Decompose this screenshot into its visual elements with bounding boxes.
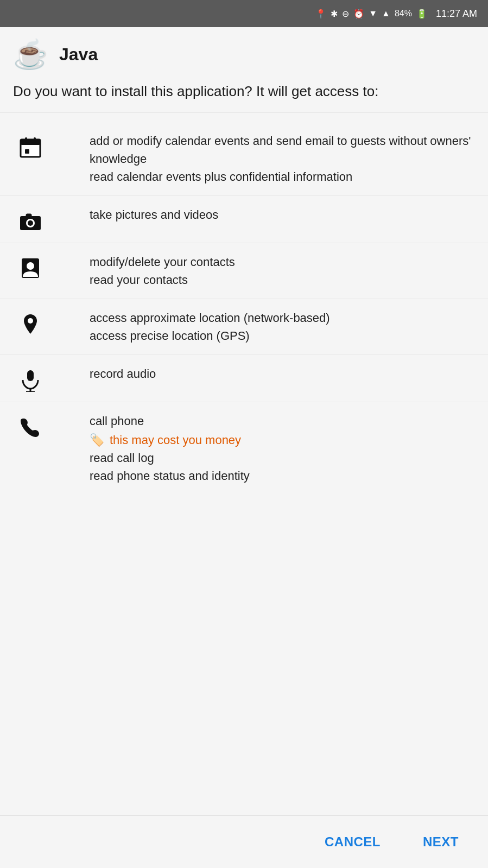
- camera-icon: [18, 209, 42, 233]
- battery-level: 84%: [395, 9, 412, 18]
- phone-text: call phone 🏷️ this may cost you money re…: [90, 412, 475, 485]
- calendar-icon: [18, 135, 42, 159]
- calendar-text: add or modify calendar events and send e…: [90, 132, 475, 186]
- next-button[interactable]: NEXT: [410, 828, 472, 856]
- microphone-icon-col: [13, 365, 48, 392]
- svg-rect-1: [21, 140, 40, 145]
- svg-rect-13: [27, 370, 34, 381]
- warning-line: 🏷️ this may cost you money: [90, 431, 475, 449]
- battery-icon: 🔋: [416, 9, 427, 19]
- location-pin-icon: [18, 312, 42, 336]
- main-content: ☕ Java Do you want to install this appli…: [0, 27, 488, 868]
- app-name: Java: [59, 45, 98, 65]
- permission-microphone: record audio: [0, 355, 488, 402]
- location-text: access approximate location (network-bas…: [90, 309, 475, 345]
- permission-calendar: add or modify calendar events and send e…: [0, 122, 488, 196]
- svg-point-7: [28, 220, 33, 226]
- permissions-list: add or modify calendar events and send e…: [0, 117, 488, 815]
- bluetooth-icon: ✱: [331, 9, 338, 19]
- phone-icon-col: [13, 412, 48, 439]
- install-question: Do you want to install this application?…: [0, 79, 488, 112]
- alarm-icon: ⏰: [353, 9, 364, 19]
- svg-rect-3: [34, 137, 36, 143]
- permission-contacts: modify/delete your contacts read your co…: [0, 243, 488, 299]
- svg-rect-8: [26, 214, 31, 217]
- contacts-icon: [18, 256, 42, 280]
- status-time: 11:27 AM: [436, 8, 477, 20]
- header-divider: [0, 112, 488, 112]
- status-bar: 📍 ✱ ⊖ ⏰ ▼ ▲ 84% 🔋 11:27 AM: [0, 0, 488, 27]
- location-status-icon: 📍: [315, 9, 326, 19]
- microphone-text: record audio: [90, 365, 475, 383]
- permission-phone: call phone 🏷️ this may cost you money re…: [0, 402, 488, 495]
- camera-text: take pictures and videos: [90, 206, 475, 224]
- permission-location: access approximate location (network-bas…: [0, 299, 488, 355]
- camera-icon-col: [13, 206, 48, 233]
- microphone-icon: [18, 368, 42, 392]
- svg-point-11: [27, 262, 34, 270]
- app-header: ☕ Java: [0, 27, 488, 79]
- cancel-button[interactable]: CANCEL: [312, 828, 394, 856]
- app-icon: ☕: [13, 40, 48, 68]
- svg-rect-4: [25, 149, 29, 154]
- contacts-text: modify/delete your contacts read your co…: [90, 253, 475, 289]
- bottom-buttons: CANCEL NEXT: [0, 815, 488, 868]
- permission-camera: take pictures and videos: [0, 196, 488, 243]
- contacts-icon-col: [13, 253, 48, 280]
- minus-icon: ⊖: [342, 9, 349, 19]
- svg-point-12: [28, 318, 33, 324]
- location-icon-col: [13, 309, 48, 336]
- warning-icon: 🏷️: [90, 431, 104, 449]
- calendar-icon-col: [13, 132, 48, 159]
- signal-icon: ▲: [382, 9, 390, 18]
- status-icons: 📍 ✱ ⊖ ⏰ ▼ ▲ 84% 🔋 11:27 AM: [315, 8, 477, 20]
- svg-rect-2: [25, 137, 27, 143]
- phone-icon: [18, 415, 42, 439]
- warning-text: this may cost you money: [110, 431, 241, 449]
- wifi-icon: ▼: [369, 9, 377, 18]
